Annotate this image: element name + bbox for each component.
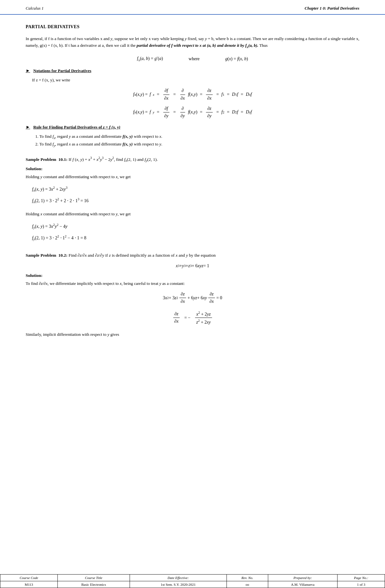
arrow-icon-2: ►: [26, 125, 30, 130]
page-header: Calculus 1 Chapter 1 0: Partial Derivati…: [0, 0, 385, 15]
rule-item-1: 1. To find fx, regard y as a constant an…: [35, 133, 359, 141]
footer-col2-label: Course Title: [58, 575, 130, 581]
footer-col3-label: Date Effective:: [130, 575, 227, 581]
frac-dz-dy: ∂z ∂y: [206, 106, 213, 119]
sp1-holding-y: Holding y constant and differentiating w…: [26, 173, 359, 180]
arrow-icon: ►: [26, 68, 30, 73]
footer-table: Course Code Course Title Date Effective:…: [0, 574, 385, 588]
footer-col6-label: Page No.:: [338, 575, 385, 581]
footer-col5-val: A.M. Villanueva: [268, 581, 338, 588]
footer-col5-label: Prepared by:: [268, 575, 338, 581]
formula-left: fx(a, b) = g′(a): [137, 56, 163, 62]
sp1-eq2: fx(2, 1) = 3 ⋅ 22 + 2 ⋅ 2 ⋅ 13 = 16: [32, 196, 359, 205]
rule-block: ► Rule for Finding Partial Derivatives o…: [26, 125, 359, 148]
formula-right: g(x) = f(x, b): [225, 56, 248, 62]
footer-col6-val: 1 of 3: [338, 581, 385, 588]
page-content: PARTIAL DERIVATIVES In general, if f is …: [0, 15, 385, 574]
sp1-eq3: fy(x, y) = 3x2y2 − 4y: [32, 222, 359, 231]
footer-col3-val: 1st Sem. S.Y. 2020-2021: [130, 581, 227, 588]
sp1-solution-label: Solution:: [26, 166, 359, 171]
sp2-label: Sample Problem 10.2:: [26, 253, 67, 258]
frac-dz-dx: ∂z ∂x: [206, 88, 213, 101]
frac-d-dy: ∂ ∂y: [179, 106, 186, 119]
sp1-holding-x: Holding x constant and differentiating w…: [26, 211, 359, 217]
footer-col4-label: Rev. No.: [227, 575, 268, 581]
sp1-eq1: fx(x, y) = 3x2 + 2xy3: [32, 185, 359, 194]
frac-df-dx: ∂f ∂x: [163, 88, 170, 101]
section-title: PARTIAL DERIVATIVES: [26, 24, 359, 29]
rule-item-2: 2. To find fy, regard x as a constant an…: [35, 141, 359, 148]
rule-list: 1. To find fx, regard y as a constant an…: [35, 133, 359, 148]
rule-title: Rule for Finding Partial Derivatives of …: [33, 125, 120, 130]
sp2-statement: Sample Problem 10.2: Find ∂z/∂x and ∂z/∂…: [26, 252, 359, 259]
notations-if: If z = f (x, y), we write: [32, 77, 359, 83]
sp2-sol-text: To find ∂z/∂x, we differentiate implicit…: [26, 280, 359, 287]
header-right: Chapter 1 0: Partial Derivatives: [305, 6, 359, 11]
sample-problem-2: Sample Problem 10.2: Find ∂z/∂x and ∂z/∂…: [26, 252, 359, 338]
frac-d-dx: ∂ ∂x: [179, 88, 186, 101]
fy-formula: fy(x, y) = fy = ∂f ∂y = ∂ ∂y f(x, y) = ∂…: [26, 106, 359, 119]
sp2-eq2: ∂z ∂x = − x2 + 2yz z2 + 2xy: [26, 311, 359, 326]
sp2-sol2-text: Similarly, implicit differentiation with…: [26, 331, 359, 338]
footer-col2-val: Basic Electronics: [58, 581, 130, 588]
footer-value-row: M113 Basic Electronics 1st Sem. S.Y. 202…: [0, 581, 385, 588]
sp2-equation: x3 + y3 + z3 + 6xyz = 1: [26, 263, 359, 269]
sp1-eq4: fy(2, 1) = 3 ⋅ 22 ⋅ 12 − 4 ⋅ 1 = 8: [32, 234, 359, 243]
notations-title: Notations for Partial Derivatives: [33, 68, 91, 73]
notations-header: ► Notations for Partial Derivatives: [26, 68, 359, 73]
footer-label-row: Course Code Course Title Date Effective:…: [0, 575, 385, 581]
footer-col1-val: M113: [0, 581, 58, 588]
fx-formula: fx(x, y) = fx = ∂f ∂x = ∂ ∂x f(x, y) = ∂…: [26, 88, 359, 101]
notations-block: ► Notations for Partial Derivatives If z…: [26, 68, 359, 119]
sp2-eq1: 3x2 + 3z2 ∂z ∂x + 6yz + 6xy ∂z ∂x = 0: [26, 291, 359, 304]
sp2-solution-label: Solution:: [26, 273, 359, 278]
frac-df-dy: ∂f ∂y: [163, 106, 170, 119]
header-left: Calculus 1: [26, 6, 44, 11]
main-formula: fx(a, b) = g′(a) where g(x) = f(x, b): [26, 56, 359, 62]
footer-col1-label: Course Code: [0, 575, 58, 581]
formula-where: where: [189, 56, 200, 62]
sample-problem-1: Sample Problem 10.1: If f (x, y) = x3 + …: [26, 155, 359, 243]
rule-header: ► Rule for Finding Partial Derivatives o…: [26, 125, 359, 130]
footer-col4-val: oo: [227, 581, 268, 588]
page: Calculus 1 Chapter 1 0: Partial Derivati…: [0, 0, 385, 588]
sp1-label: Sample Problem 10.1:: [26, 157, 67, 162]
sp1-statement: Sample Problem 10.1: If f (x, y) = x3 + …: [26, 155, 359, 164]
intro-paragraph: In general, if f is a function of two va…: [26, 35, 359, 50]
